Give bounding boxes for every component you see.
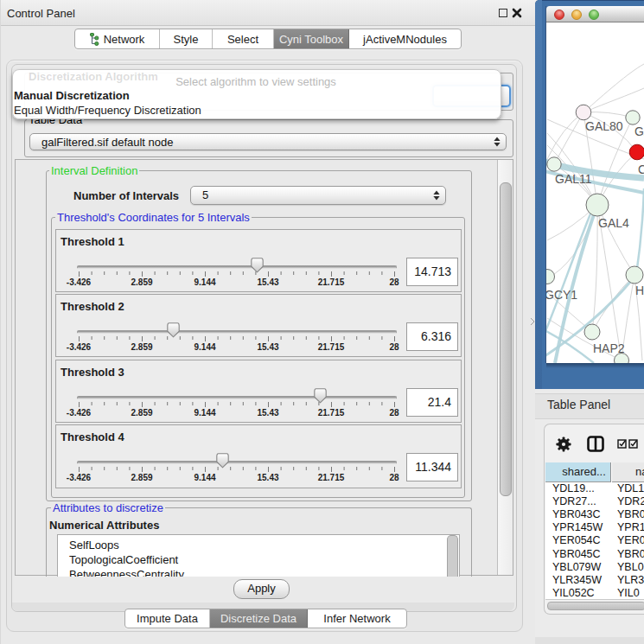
svg-text:GAL11: GAL11 [555,172,592,186]
svg-text:C: C [638,163,644,176]
svg-text:GAL4: GAL4 [598,216,629,230]
svg-text:H: H [635,284,644,297]
svg-text:GAL80: GAL80 [585,119,623,133]
svg-text:GA: GA [634,124,644,138]
svg-text:GCY1: GCY1 [546,288,577,302]
svg-text:HAP2: HAP2 [593,341,625,355]
